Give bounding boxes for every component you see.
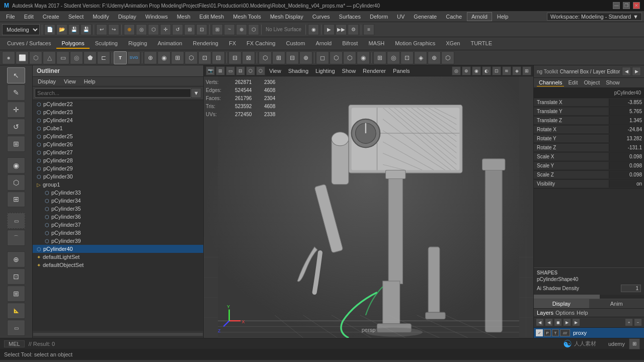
shelf-extra1-btn[interactable]: ⊞ <box>373 51 386 64</box>
move-btn[interactable]: ✛ <box>160 24 171 35</box>
menu-edit[interactable]: Edit <box>20 13 38 21</box>
outliner-item[interactable]: ⬡pCylinder27 <box>33 148 203 156</box>
menu-sets-btn[interactable]: ≡ <box>363 24 374 35</box>
outliner-item[interactable]: ⬡pCube1 <box>33 124 203 132</box>
shelf-extra5-btn[interactable]: ⊕ <box>428 51 441 64</box>
shelf-svg-btn[interactable]: SVG <box>127 51 140 64</box>
outliner-item[interactable]: ✦defaultObjectSet <box>33 261 203 269</box>
soft-select-btn[interactable]: ◉ <box>308 24 319 35</box>
scale-btn[interactable]: ⊞ <box>184 24 195 35</box>
outliner-item[interactable]: ⬡pCylinder34 <box>33 197 203 205</box>
vp-menu-show[interactable]: Show <box>339 67 359 75</box>
layer-play-btn[interactable]: ▶ <box>572 318 580 326</box>
snap-grid-btn[interactable]: ⊞ <box>212 24 223 35</box>
channels-tab[interactable]: Channels <box>537 79 564 86</box>
outliner-item[interactable]: ⬡pCylinder23 <box>33 108 203 116</box>
channel-value[interactable]: 0.098 <box>609 162 644 169</box>
display-tab[interactable]: Display <box>534 299 589 308</box>
outliner-item[interactable]: ✦defaultLightSet <box>33 253 203 261</box>
vp-menu-panels[interactable]: Panels <box>390 67 413 75</box>
save-as-btn[interactable]: 💾 <box>80 24 92 35</box>
curve-tool-btn[interactable]: ⌒ <box>7 230 25 246</box>
layer-mute-btn[interactable]: ◼ <box>554 318 562 326</box>
layers-tab[interactable]: Layers <box>537 310 553 316</box>
vp-display-mode-btn[interactable]: ⊕ <box>462 66 471 75</box>
menu-curves[interactable]: Curves <box>308 13 334 21</box>
vp-ao-btn[interactable]: ⊡ <box>492 66 501 75</box>
outliner-menu-display[interactable]: Display <box>35 78 59 85</box>
help-tab[interactable]: Help <box>577 310 588 316</box>
tab-rigging[interactable]: Rigging <box>123 39 152 49</box>
workspace-selector[interactable]: Workspace: Modeling - Standard ▼ <box>547 13 642 21</box>
menu-surfaces[interactable]: Surfaces <box>335 13 365 21</box>
gimbal-btn[interactable]: ⊕ <box>7 251 25 267</box>
layer-play-back-btn[interactable]: ◀ <box>536 318 544 326</box>
menu-mesh-tools[interactable]: Mesh Tools <box>229 13 265 21</box>
tab-bifrost[interactable]: Bifrost <box>337 39 363 49</box>
tab-fx[interactable]: FX <box>224 39 241 49</box>
vp-dof-btn[interactable]: ◈ <box>512 66 521 75</box>
vp-motionblur-btn[interactable]: ≋ <box>502 66 511 75</box>
shelf-text-btn[interactable]: T <box>114 51 127 64</box>
outliner-search-input[interactable] <box>35 88 191 98</box>
panel-next-btn[interactable]: ▶ <box>632 67 641 76</box>
shelf-loop-btn[interactable]: ⊟ <box>228 51 242 64</box>
vp-resolution-btn[interactable]: ▭ <box>226 66 235 75</box>
rotate-btn[interactable]: ↺ <box>172 24 183 35</box>
channel-value[interactable]: 0.098 <box>609 153 644 160</box>
shelf-mirror-btn[interactable]: ⊟ <box>212 51 225 64</box>
shelf-prism-btn[interactable]: ⬟ <box>84 51 97 64</box>
shelf-sphere-btn[interactable]: ● <box>2 51 15 64</box>
vp-hud-btn[interactable]: ⊞ <box>522 66 531 75</box>
restore-button[interactable]: ❐ <box>623 2 630 9</box>
shelf-plane-btn[interactable]: ▭ <box>56 51 69 64</box>
show-tab[interactable]: Show <box>604 79 622 86</box>
soft-mod-btn[interactable]: ◉ <box>7 157 25 173</box>
menu-uv[interactable]: UV <box>393 13 409 21</box>
outliner-item[interactable]: ⬡pCylinder29 <box>33 164 203 172</box>
measure-btn[interactable]: 📐 <box>7 303 25 319</box>
outliner-item[interactable]: ⬡pCylinder28 <box>33 156 203 164</box>
mode-selector[interactable]: Modeling <box>2 24 40 35</box>
outliner-item[interactable]: ▷group1 <box>33 180 203 189</box>
channel-box-scroll[interactable] <box>534 295 644 299</box>
shelf-bevel-btn[interactable]: ⬡ <box>185 51 198 64</box>
shelf-torus-btn[interactable]: ◎ <box>70 51 83 64</box>
vp-wireframe-btn[interactable]: ⬡ <box>246 66 255 75</box>
render-btn[interactable]: ▶ <box>324 24 335 35</box>
outliner-item[interactable]: ⬡pCylinder24 <box>33 116 203 124</box>
outliner-horizontal-scroll[interactable] <box>33 331 203 338</box>
shelf-extrude-btn[interactable]: ⊞ <box>171 51 184 64</box>
shelf-uv-btn[interactable]: ⬡ <box>259 51 272 64</box>
new-scene-btn[interactable]: 📄 <box>44 24 55 35</box>
menu-display[interactable]: Display <box>114 13 140 21</box>
outliner-item[interactable]: ⬡pCylinder35 <box>33 205 203 213</box>
vp-menu-shading[interactable]: Shading <box>285 67 311 75</box>
tab-rendering[interactable]: Rendering <box>188 39 223 49</box>
open-scene-btn[interactable]: 📂 <box>56 24 67 35</box>
channel-value[interactable]: -3.855 <box>609 99 644 106</box>
scale-tool-btn[interactable]: ⊞ <box>7 136 25 152</box>
menu-arnold[interactable]: Arnold <box>467 12 492 21</box>
outliner-item[interactable]: ⬡pCylinder39 <box>33 237 203 245</box>
menu-file[interactable]: File <box>2 13 19 21</box>
outliner-item[interactable]: ⬡pCylinder38 <box>33 229 203 237</box>
edit-tab[interactable]: Edit <box>566 79 580 86</box>
new-layer-btn[interactable]: + <box>625 318 633 326</box>
menu-cache[interactable]: Cache <box>442 13 466 21</box>
vp-camera-btn[interactable]: 📷 <box>206 66 215 75</box>
channel-box-scrollbar-thumb[interactable] <box>534 295 600 299</box>
outliner-item[interactable]: ⬡pCylinder22 <box>33 100 203 108</box>
channel-value[interactable]: on <box>609 180 644 188</box>
channel-value[interactable]: 0.098 <box>609 171 644 178</box>
rotate-tool-btn[interactable]: ↺ <box>7 119 25 135</box>
vp-grid-btn[interactable]: ⊞ <box>216 66 225 75</box>
menu-select[interactable]: Select <box>64 13 88 21</box>
outliner-item[interactable]: ⬡pCylinder36 <box>33 213 203 221</box>
layer-play-back-slow-btn[interactable]: ◀ <box>545 318 553 326</box>
shelf-extra4-btn[interactable]: ◈ <box>414 51 427 64</box>
outliner-search-button[interactable]: ▼ <box>191 88 201 98</box>
tab-curves-surfaces[interactable]: Curves / Surfaces <box>2 39 56 49</box>
outliner-item[interactable]: ⬡pCylinder33 <box>33 189 203 197</box>
tab-arnold[interactable]: Arnold <box>310 39 337 49</box>
